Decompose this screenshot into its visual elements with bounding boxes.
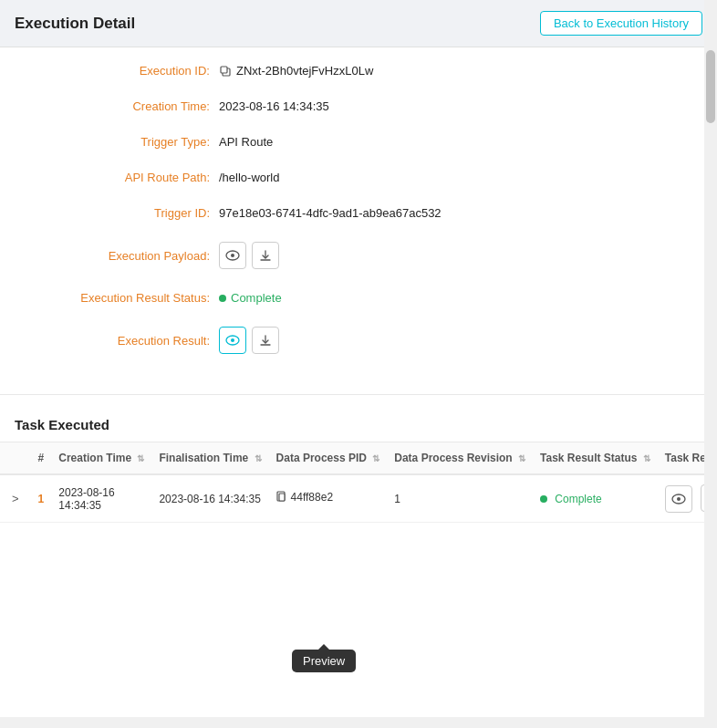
sort-finalisation-time-icon[interactable]: ⇅ xyxy=(255,453,262,463)
execution-payload-label: Execution Payload: xyxy=(36,249,210,263)
col-creation-time: Creation Time ⇅ xyxy=(51,442,151,474)
execution-payload-download-button[interactable] xyxy=(252,242,279,269)
sort-data-process-pid-icon[interactable]: ⇅ xyxy=(372,453,379,463)
preview-tooltip: Preview xyxy=(292,650,356,672)
row-number: 1 xyxy=(38,493,45,505)
main-content: Execution ID: ZNxt-2Bh0vtejFvHzxL0Lw Cre… xyxy=(0,47,717,728)
page-title: Execution Detail xyxy=(15,15,135,33)
col-expand xyxy=(0,442,31,474)
trigger-type-label: Trigger Type: xyxy=(36,135,210,149)
table-header-row: # Creation Time ⇅ Finalisation Time ⇅ Da… xyxy=(0,442,717,474)
table-body: > 1 2023-08-16 14:34:35 2023-08-16 14:34… xyxy=(0,474,717,523)
trigger-id-row: Trigger ID: 97e18e03-6741-4dfc-9ad1-ab9e… xyxy=(36,206,681,220)
row-finalisation-time: 2023-08-16 14:34:35 xyxy=(151,474,268,523)
scrollbar[interactable] xyxy=(704,0,717,728)
trigger-type-value: API Route xyxy=(219,135,273,149)
row-data-process-revision: 1 xyxy=(387,474,533,523)
task-executed-title: Task Executed xyxy=(0,404,717,442)
header-bar: Execution Detail Back to Execution Histo… xyxy=(0,0,717,47)
sort-data-process-revision-icon[interactable]: ⇅ xyxy=(518,453,525,463)
col-data-process-pid: Data Process PID ⇅ xyxy=(269,442,388,474)
execution-id-row: Execution ID: ZNxt-2Bh0vtejFvHzxL0Lw xyxy=(36,64,681,78)
task-executed-table-container: # Creation Time ⇅ Finalisation Time ⇅ Da… xyxy=(0,442,717,523)
api-route-path-row: API Route Path: /hello-world xyxy=(36,171,681,184)
section-divider xyxy=(0,394,717,395)
row-task-result-status: Complete xyxy=(533,474,658,523)
col-data-process-revision: Data Process Revision ⇅ xyxy=(387,442,533,474)
detail-section: Execution ID: ZNxt-2Bh0vtejFvHzxL0Lw Cre… xyxy=(0,47,717,385)
page-container: Execution Detail Back to Execution Histo… xyxy=(0,0,717,728)
bottom-scrollbar[interactable] xyxy=(0,717,704,728)
sort-task-result-status-icon[interactable]: ⇅ xyxy=(643,453,650,463)
execution-result-download-button[interactable] xyxy=(252,327,279,354)
copy-icon[interactable] xyxy=(219,65,232,78)
sort-creation-time-icon[interactable]: ⇅ xyxy=(137,453,144,463)
scrollbar-thumb[interactable] xyxy=(706,50,715,123)
col-number: # xyxy=(31,442,52,474)
task-result-payload-preview-button[interactable] xyxy=(665,485,692,513)
execution-id-label: Execution ID: xyxy=(36,64,210,78)
execution-result-status-label: Execution Result Status: xyxy=(36,291,210,305)
svg-point-11 xyxy=(677,497,681,501)
api-route-path-label: API Route Path: xyxy=(36,171,210,184)
svg-rect-9 xyxy=(279,494,285,501)
row-creation-time: 2023-08-16 14:34:35 xyxy=(51,474,151,523)
svg-rect-1 xyxy=(221,67,227,73)
status-dot xyxy=(219,295,226,302)
back-to-execution-history-button[interactable]: Back to Execution History xyxy=(540,11,702,36)
col-finalisation-time: Finalisation Time ⇅ xyxy=(151,442,268,474)
creation-time-label: Creation Time: xyxy=(36,99,210,113)
row-expand-button[interactable]: > xyxy=(7,490,24,507)
svg-point-3 xyxy=(231,254,234,257)
svg-point-6 xyxy=(231,338,234,342)
trigger-id-label: Trigger ID: xyxy=(36,206,210,220)
api-route-path-value: /hello-world xyxy=(219,171,279,184)
execution-result-status-value: Complete xyxy=(231,291,282,305)
execution-payload-preview-button[interactable] xyxy=(219,242,246,269)
row-data-process-pid: 44ff88e2 xyxy=(269,474,388,523)
creation-time-value: 2023-08-16 14:34:35 xyxy=(219,99,329,113)
table-row: > 1 2023-08-16 14:34:35 2023-08-16 14:34… xyxy=(0,474,717,523)
execution-id-value: ZNxt-2Bh0vtejFvHzxL0Lw xyxy=(236,64,373,78)
trigger-id-value: 97e18e03-6741-4dfc-9ad1-ab9ea67ac532 xyxy=(219,206,442,220)
execution-result-preview-button[interactable] xyxy=(219,327,246,354)
task-executed-table: # Creation Time ⇅ Finalisation Time ⇅ Da… xyxy=(0,442,717,523)
execution-result-status-row: Execution Result Status: Complete Previe… xyxy=(36,291,681,305)
execution-result-row: Execution Result: xyxy=(36,327,681,354)
trigger-type-row: Trigger Type: API Route xyxy=(36,135,681,149)
execution-result-label: Execution Result: xyxy=(36,334,210,348)
col-task-result-status: Task Result Status ⇅ xyxy=(533,442,658,474)
creation-time-row: Creation Time: 2023-08-16 14:34:35 xyxy=(36,99,681,113)
execution-payload-row: Execution Payload: xyxy=(36,242,681,269)
